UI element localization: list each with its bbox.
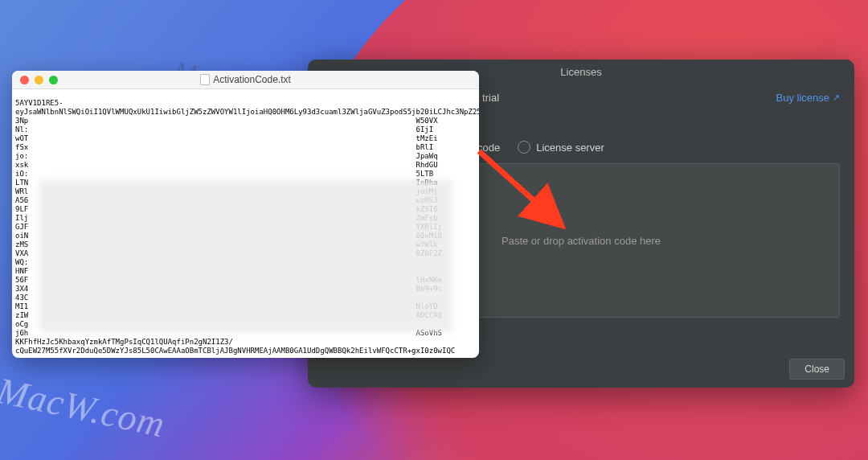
placeholder-text: Paste or drop activation code here	[502, 235, 661, 247]
option-label: License server	[536, 142, 604, 154]
window-title: ActivationCode.txt	[12, 74, 479, 85]
text-editor-window: ActivationCode.txt 5AYV1D1RE5- eyJsaWNlb…	[12, 71, 479, 358]
buy-license-link[interactable]: Buy license ↗	[776, 92, 840, 104]
filename-label: ActivationCode.txt	[213, 74, 291, 85]
document-icon	[200, 74, 210, 85]
blurred-region	[39, 179, 452, 332]
external-link-icon: ↗	[833, 92, 840, 103]
link-label: Buy license	[776, 92, 829, 104]
radio-icon	[518, 141, 530, 154]
source-license-server[interactable]: License server	[518, 141, 604, 154]
close-button[interactable]: Close	[789, 359, 845, 380]
window-titlebar: ActivationCode.txt	[12, 71, 479, 89]
